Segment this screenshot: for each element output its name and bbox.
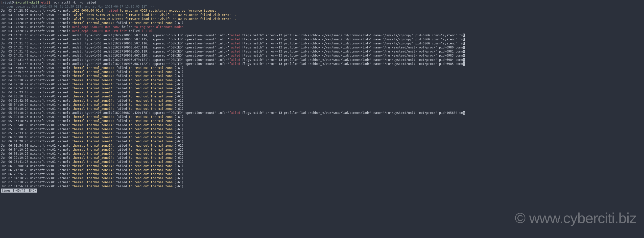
log-line: Jun 04 00:51:02 nixcraft-wks01 kernel: t…: [1, 74, 643, 78]
error-code: (-61): [174, 172, 183, 176]
log-line: Jun 03 14:28:06 nixcraft-wks01 kernel: t…: [1, 21, 643, 25]
log-line: Jun 06 00:00:40 nixcraft-wks01 kernel: t…: [1, 135, 643, 139]
failed-token: failed: [129, 29, 142, 33]
message-tail: (-110): [141, 29, 152, 33]
message-tail: to read out thermal zone: [127, 144, 175, 147]
audit-text: audit: type=1400 audit(1622710900.507:11…: [72, 42, 229, 45]
timestamp: Jun 04 12:54:11 nixcraft-wks01 kernel:: [1, 87, 72, 90]
failed-token: failed: [116, 184, 127, 188]
timestamp: Jun 07 11:56:11 nixcraft-wks01 kernel:: [1, 184, 72, 188]
error-code: (-61): [174, 66, 183, 70]
watermark-text: © www.cyberciti.biz: [515, 208, 636, 228]
timestamp: Jun 06 19:00:34 nixcraft-wks01 kernel:: [1, 164, 72, 168]
log-line: Jun 03 14:31:40 nixcraft-wks01 kernel: a…: [1, 62, 643, 66]
timestamp: Jun 03 16:09:52 nixcraft-wks01 kernel:: [1, 66, 72, 70]
log-line: Jun 04 23:42:05 nixcraft-wks01 kernel: t…: [1, 99, 643, 103]
shell-prompt-line[interactable]: [vivek@nixcraft-wks01 etc]$ journalctl -…: [1, 1, 643, 5]
failed-token: failed: [116, 152, 127, 155]
log-output[interactable]: Jun 03 14:28:05 nixcraft-wks01 kernel: i…: [1, 9, 643, 188]
failed-token: failed: [116, 148, 127, 151]
source-text: thermal thermal_zone14:: [72, 131, 116, 135]
failed-token: failed: [116, 172, 127, 176]
timestamp: Jun 03 14:28:12 nixcraft-wks01 kernel:: [1, 25, 72, 29]
timestamp: Jun 06 04:10:26 nixcraft-wks01 kernel:: [1, 148, 72, 151]
message-tail: to read out thermal zone: [127, 66, 175, 70]
failed-token: failed: [116, 123, 127, 127]
timestamp: Jun 04 20:10:23 nixcraft-wks01 kernel:: [1, 95, 72, 98]
message-tail: to read out thermal zone: [127, 91, 175, 94]
command-text: journalctl -k -g failed: [52, 1, 96, 4]
failed-token: failed: [116, 115, 127, 119]
log-line: Jun 05 04:10:24 nixcraft-wks01 kernel: t…: [1, 103, 643, 107]
timestamp: Jun 06 01:54:00 nixcraft-wks01 kernel:: [1, 144, 72, 147]
source-text: thermal thermal_zone14:: [72, 83, 116, 86]
failed-token: failed: [116, 21, 127, 25]
failed-token: failed: [116, 70, 127, 74]
error-code: (-61): [174, 148, 183, 151]
audit-tail: flags match" error=-13 profile="lxd-arch…: [240, 62, 463, 66]
source-text: thermal thermal_zone14:: [72, 140, 116, 143]
audit-text: audit: type=1400 audit(1622710900.687:12…: [72, 62, 229, 66]
source-text: ucsi_acpi USBC000:00: PPM init: [72, 29, 129, 33]
timestamp: Jun 04 00:51:02 nixcraft-wks01 kernel:: [1, 74, 72, 78]
log-line: Jun 06 01:20:26 nixcraft-wks01 kernel: t…: [1, 139, 643, 143]
failed-token: failed: [116, 78, 127, 82]
timestamp: Jun 03 14:31:40 nixcraft-wks01 kernel:: [1, 38, 72, 41]
timestamp: Jun 03 14:31:40 nixcraft-wks01 kernel:: [1, 58, 72, 62]
error-code: (-61): [174, 99, 183, 102]
failed-token: failed: [116, 156, 127, 160]
timestamp: Jun 04 08:10:22 nixcraft-wks01 kernel:: [1, 78, 72, 82]
log-line: Jun 05 08:10:24 nixcraft-wks01 kernel: a…: [1, 111, 643, 115]
log-line: Jun 05 15:40:35 nixcraft-wks01 kernel: t…: [1, 123, 643, 127]
message-tail: to read out thermal zone: [127, 107, 175, 111]
log-line: Jun 06 04:10:26 nixcraft-wks01 kernel: t…: [1, 148, 643, 152]
message-tail: to read out thermal zone: [127, 184, 175, 188]
error-code: (-61): [174, 140, 183, 143]
error-code: (-61): [174, 156, 183, 160]
log-line: Jun 05 13:18:37 nixcraft-wks01 kernel: t…: [1, 119, 643, 123]
audit-text: audit: type=1400 audit(1622710900.647:11…: [72, 46, 229, 49]
message-tail: to read out thermal zone: [127, 99, 175, 102]
error-code: (-61): [174, 123, 183, 127]
log-line: Jun 06 19:00:34 nixcraft-wks01 kernel: t…: [1, 164, 643, 168]
timestamp: Jun 07 08:10:29 nixcraft-wks01 kernel:: [1, 180, 72, 184]
prompt-host: nixcraft-wks01: [14, 1, 39, 4]
log-line: Jun 04 12:10:22 nixcraft-wks01 kernel: t…: [1, 82, 643, 86]
failed-token: failed: [229, 42, 240, 45]
failed-token: failed: [116, 83, 127, 86]
log-line: Jun 04 12:54:11 nixcraft-wks01 kernel: t…: [1, 86, 643, 90]
truncation-indicator: t: [463, 38, 465, 41]
timestamp: Jun 03 14:28:17 nixcraft-wks01 kernel:: [1, 29, 72, 33]
timestamp: Jun 03 14:31:40 nixcraft-wks01 kernel:: [1, 54, 72, 57]
audit-text: audit: type=1400 audit(1622710900.667:12…: [72, 54, 229, 57]
message-tail: to read out thermal zone: [127, 152, 175, 155]
error-code: (-61): [174, 107, 183, 111]
message-tail: to read out thermal zone: [127, 70, 175, 74]
failed-token: failed: [229, 38, 240, 41]
timestamp: Jun 05 04:10:24 nixcraft-wks01 kernel:: [1, 103, 72, 107]
audit-tail: flags match" error=-13 profile="lxd-arch…: [240, 38, 463, 41]
truncation-indicator: =: [463, 50, 465, 53]
timestamp: Jun 03 14:28:06 nixcraft-wks01 kernel:: [1, 17, 72, 21]
error-code: (-61): [174, 180, 183, 184]
failed-token: failed: [116, 176, 127, 180]
prompt-user: vivek: [3, 1, 12, 4]
error-code: (-61): [174, 83, 183, 86]
timestamp: Jun 03 14:28:06 nixcraft-wks01 kernel:: [1, 21, 72, 25]
message-tail: to read out thermal zone: [127, 74, 175, 78]
source-text: thermal thermal_zone14:: [72, 152, 116, 155]
source-text: thermal thermal_zone14:: [72, 78, 116, 82]
source-text: thermal thermal_zone14:: [72, 136, 116, 139]
audit-tail: flags match" error=-13 profile="lxd-arch…: [240, 58, 463, 62]
timestamp: Jun 05 08:10:24 nixcraft-wks01 kernel:: [1, 111, 72, 115]
log-line: Jun 03 14:28:12 nixcraft-wks01 kernel: u…: [1, 25, 643, 29]
timestamp: Jun 05 17:33:46 nixcraft-wks01 kernel:: [1, 131, 72, 135]
message-tail: to read out thermal zone: [127, 115, 175, 119]
source-text: thermal thermal_zone14:: [72, 95, 116, 98]
failed-token: failed: [116, 127, 127, 131]
error-code: (-61): [174, 136, 183, 139]
error-code: (-61): [174, 168, 183, 172]
log-line: Jun 03 14:31:40 nixcraft-wks01 kernel: a…: [1, 37, 643, 41]
failed-token: failed: [229, 34, 240, 37]
source-text: thermal thermal_zone14:: [72, 74, 116, 78]
